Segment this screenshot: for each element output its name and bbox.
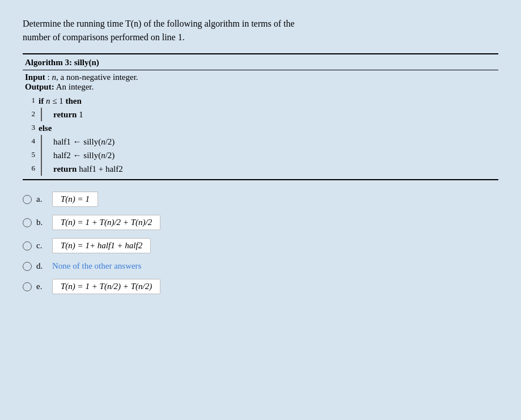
line-content-3: else	[39, 121, 496, 135]
line-content-4: half1 ← silly(n/2)	[41, 135, 496, 149]
line-num-4: 4	[25, 135, 35, 147]
option-row-b[interactable]: b. T(n) = 1 + T(n)/2 + T(n)/2	[23, 215, 498, 230]
line-num-3: 3	[25, 121, 35, 134]
algorithm-box: Algorithm 3: silly(n) Input : n, a non-n…	[23, 53, 498, 180]
output-desc: An integer.	[56, 82, 94, 91]
radio-b[interactable]	[23, 218, 32, 227]
input-desc: : n, a non-negative integer.	[48, 73, 138, 82]
option-label-e: e.	[36, 282, 48, 291]
code-line-1: 1 if n ≤ 1 then	[25, 94, 496, 108]
main-container: Determine the running time T(n) of the f…	[11, 11, 510, 308]
code-line-3: 3 else	[25, 121, 496, 135]
code-line-5: 5 half2 ← silly(n/2)	[25, 149, 496, 162]
option-box-a: T(n) = 1	[52, 192, 98, 207]
line-num-6: 6	[25, 162, 35, 175]
option-row-c[interactable]: c. T(n) = 1+ half1 + half2	[23, 238, 498, 253]
line-num-5: 5	[25, 149, 35, 161]
line-content-6: return half1 + half2	[41, 162, 496, 176]
option-label-d: d.	[36, 261, 48, 271]
input-label: Input	[25, 73, 45, 82]
algorithm-output: Output: An integer.	[25, 82, 496, 92]
code-line-2: 2 return 1	[25, 108, 496, 121]
option-box-c: T(n) = 1+ half1 + half2	[52, 238, 151, 253]
radio-e[interactable]	[23, 282, 32, 291]
question-text: Determine the running time T(n) of the f…	[23, 17, 498, 44]
code-line-4: 4 half1 ← silly(n/2)	[25, 135, 496, 149]
line-content-1: if n ≤ 1 then	[39, 94, 496, 108]
line-num-1: 1	[25, 94, 35, 107]
line-num-2: 2	[25, 108, 35, 120]
option-row-d[interactable]: d. None of the other answers	[23, 261, 498, 271]
algorithm-header: Input : n, a non-negative integer. Outpu…	[23, 70, 498, 93]
code-line-6: 6 return half1 + half2	[25, 162, 496, 176]
line-content-2: return 1	[41, 108, 496, 121]
radio-a[interactable]	[23, 195, 32, 204]
option-label-b: b.	[36, 218, 48, 227]
option-row-a[interactable]: a. T(n) = 1	[23, 192, 498, 207]
option-label-c: c.	[36, 241, 48, 251]
option-label-a: a.	[36, 194, 48, 204]
algorithm-title: Algorithm 3: silly(n)	[23, 57, 498, 70]
option-row-e[interactable]: e. T(n) = 1 + T(n/2) + T(n/2)	[23, 279, 498, 294]
algorithm-body: 1 if n ≤ 1 then 2 return 1 3 else	[23, 93, 498, 177]
output-label: Output:	[25, 82, 54, 91]
question-line2: number of comparisons performed on line …	[23, 32, 185, 42]
option-box-e: T(n) = 1 + T(n/2) + T(n/2)	[52, 279, 160, 294]
line-content-5: half2 ← silly(n/2)	[41, 149, 496, 162]
option-text-d: None of the other answers	[52, 261, 141, 271]
question-line1: Determine the running time T(n) of the f…	[23, 19, 295, 28]
algorithm-input: Input : n, a non-negative integer.	[25, 73, 496, 82]
radio-d[interactable]	[23, 262, 32, 271]
options-container: a. T(n) = 1 b. T(n) = 1 + T(n)/2 + T(n)/…	[23, 192, 498, 294]
option-box-b: T(n) = 1 + T(n)/2 + T(n)/2	[52, 215, 160, 230]
radio-c[interactable]	[23, 241, 32, 251]
